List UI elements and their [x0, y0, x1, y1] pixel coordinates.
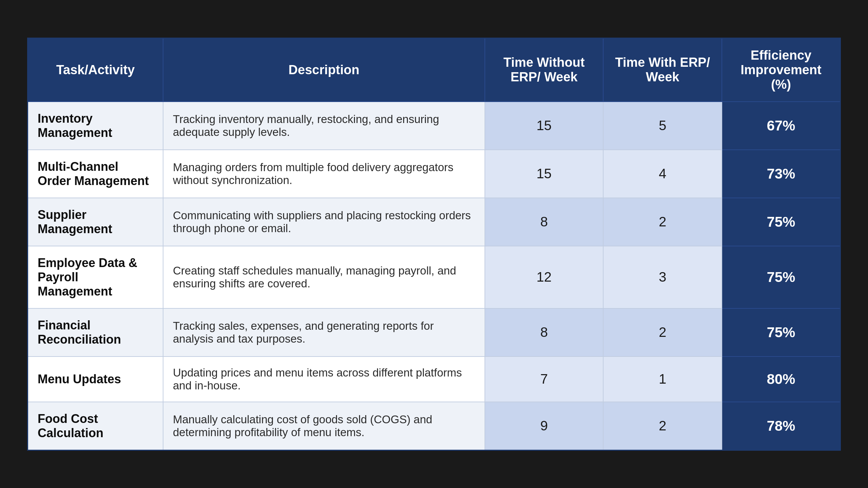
- cell-time-without: 12: [485, 246, 604, 308]
- cell-time-without: 9: [485, 402, 604, 450]
- cell-description: Tracking sales, expenses, and generating…: [163, 308, 485, 357]
- cell-time-without: 7: [485, 357, 604, 402]
- cell-time-with: 5: [603, 102, 722, 150]
- cell-efficiency: 73%: [722, 150, 841, 198]
- table-header-row: Task/Activity Description Time Without E…: [28, 38, 841, 102]
- table-row: Menu UpdatesUpdating prices and menu ite…: [28, 357, 841, 402]
- cell-efficiency: 78%: [722, 402, 841, 450]
- cell-description: Tracking inventory manually, restocking,…: [163, 102, 485, 150]
- cell-time-without: 15: [485, 102, 604, 150]
- cell-time-with: 3: [603, 246, 722, 308]
- cell-time-without: 8: [485, 198, 604, 246]
- cell-description: Creating staff schedules manually, manag…: [163, 246, 485, 308]
- cell-task: Supplier Management: [28, 198, 163, 246]
- cell-description: Manually calculating cost of goods sold …: [163, 402, 485, 450]
- table-row: Employee Data & Payroll ManagementCreati…: [28, 246, 841, 308]
- header-time-with: Time With ERP/ Week: [603, 38, 722, 102]
- cell-time-with: 2: [603, 402, 722, 450]
- table-row: Supplier ManagementCommunicating with su…: [28, 198, 841, 246]
- cell-task: Employee Data & Payroll Management: [28, 246, 163, 308]
- cell-task: Multi-Channel Order Management: [28, 150, 163, 198]
- cell-time-with: 2: [603, 198, 722, 246]
- table-row: Financial ReconciliationTracking sales, …: [28, 308, 841, 357]
- cell-task: Food Cost Calculation: [28, 402, 163, 450]
- cell-time-without: 8: [485, 308, 604, 357]
- cell-efficiency: 67%: [722, 102, 841, 150]
- cell-description: Managing orders from multiple food deliv…: [163, 150, 485, 198]
- cell-efficiency: 75%: [722, 308, 841, 357]
- cell-efficiency: 80%: [722, 357, 841, 402]
- cell-time-with: 2: [603, 308, 722, 357]
- header-efficiency: Efficiency Improvement (%): [722, 38, 841, 102]
- cell-time-without: 15: [485, 150, 604, 198]
- cell-description: Updating prices and menu items across di…: [163, 357, 485, 402]
- header-task: Task/Activity: [28, 38, 163, 102]
- cell-task: Inventory Management: [28, 102, 163, 150]
- efficiency-table: Task/Activity Description Time Without E…: [27, 38, 841, 451]
- cell-time-with: 4: [603, 150, 722, 198]
- header-description: Description: [163, 38, 485, 102]
- table-row: Multi-Channel Order ManagementManaging o…: [28, 150, 841, 198]
- table-row: Inventory ManagementTracking inventory m…: [28, 102, 841, 150]
- cell-efficiency: 75%: [722, 198, 841, 246]
- cell-time-with: 1: [603, 357, 722, 402]
- cell-description: Communicating with suppliers and placing…: [163, 198, 485, 246]
- table-row: Food Cost CalculationManually calculatin…: [28, 402, 841, 450]
- table-container: Task/Activity Description Time Without E…: [27, 38, 841, 451]
- header-time-without: Time Without ERP/ Week: [485, 38, 604, 102]
- cell-task: Financial Reconciliation: [28, 308, 163, 357]
- cell-task: Menu Updates: [28, 357, 163, 402]
- cell-efficiency: 75%: [722, 246, 841, 308]
